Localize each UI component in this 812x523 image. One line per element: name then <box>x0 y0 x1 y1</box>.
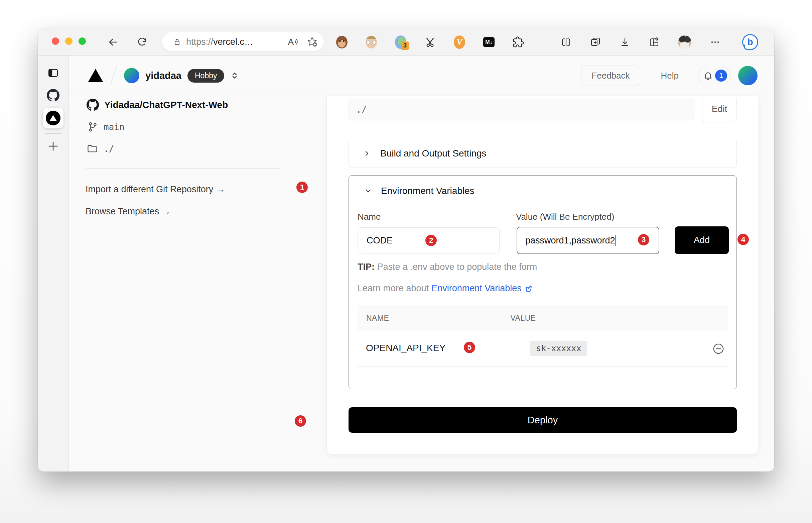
minimize-window-button[interactable] <box>65 37 73 45</box>
zoom-window-button[interactable] <box>78 37 86 45</box>
downloads-icon[interactable] <box>619 35 630 49</box>
root-dir-row: ./ <box>87 143 114 155</box>
edit-root-button[interactable]: Edit <box>702 96 737 122</box>
branch-name: main <box>103 122 125 132</box>
browser-titlebar: https://vercel.c… A 3 V M↓ <box>38 29 774 55</box>
close-window-button[interactable] <box>52 37 59 45</box>
profile-avatar[interactable] <box>678 35 691 49</box>
env-section-title: Environment Variables <box>381 185 474 196</box>
build-output-settings-section[interactable]: Build and Output Settings <box>348 139 737 168</box>
browser-window: https://vercel.c… A 3 V M↓ <box>38 29 774 471</box>
markdown-extension-icon[interactable]: M↓ <box>483 35 494 49</box>
toolbar-divider <box>542 36 542 49</box>
vertical-tab-strip <box>38 55 69 471</box>
extensions-toolbar: 3 V M↓ <box>336 29 758 55</box>
build-section-title: Build and Output Settings <box>380 148 487 159</box>
vercel-logo[interactable] <box>88 69 103 82</box>
folder-icon <box>87 143 98 155</box>
settings-more-icon[interactable] <box>710 35 721 49</box>
env-docs-link[interactable]: Environment Variables <box>431 283 533 294</box>
chevron-down-icon <box>364 187 372 195</box>
annotation-badge-5: 5 <box>464 342 475 353</box>
breadcrumb-slash <box>110 66 117 85</box>
root-directory-input[interactable]: ./ <box>348 98 694 120</box>
env-tip-text: TIP: Paste a .env above to populate the … <box>358 262 537 272</box>
chevron-right-icon <box>363 149 371 158</box>
scissors-extension-icon[interactable] <box>424 35 436 49</box>
env-row-value-chip: sk-xxxxxx <box>530 341 587 356</box>
plan-badge: Hobby <box>187 69 224 83</box>
help-link[interactable]: Help <box>661 71 679 81</box>
branch-row: main <box>87 121 125 132</box>
annotation-badge-6: 6 <box>295 415 306 427</box>
env-learn-more: Learn more about Environment Variables <box>358 283 533 294</box>
tab-panel-icon[interactable] <box>47 67 59 79</box>
notifications-button[interactable]: 1 <box>698 66 731 85</box>
user-avatar[interactable] <box>738 66 757 85</box>
avatar-extension-icon[interactable] <box>365 35 377 49</box>
github-icon <box>87 98 99 111</box>
repo-row: Yidadaa/ChatGPT-Next-Web <box>87 98 228 111</box>
url-text: https://vercel.c… <box>186 37 253 47</box>
back-icon[interactable] <box>107 36 119 48</box>
env-section-header[interactable]: Environment Variables <box>364 185 474 196</box>
import-different-repo-link[interactable]: Import a different Git Repository → <box>86 184 225 195</box>
notification-count-badge: 1 <box>715 70 727 82</box>
favorites-star-icon[interactable] <box>306 36 318 48</box>
environment-variables-section: Environment Variables Name Value (Will B… <box>348 175 737 389</box>
bing-chat-icon[interactable]: b <box>742 35 758 49</box>
vc-extension-icon[interactable]: V <box>454 35 465 49</box>
env-table-header: NAME VALUE <box>358 305 729 331</box>
browse-templates-link[interactable]: Browse Templates → <box>86 206 171 217</box>
annotation-badge-1: 1 <box>296 182 308 193</box>
bell-icon <box>703 71 713 80</box>
env-name-label: Name <box>358 212 381 222</box>
tab-vercel-active[interactable] <box>43 108 63 128</box>
browser-essentials-icon[interactable] <box>648 35 660 49</box>
read-aloud-icon[interactable]: A <box>288 37 298 47</box>
add-env-button[interactable]: Add <box>675 227 729 254</box>
import-config-card: ./ Edit Build and Output Settings Enviro… <box>326 96 758 454</box>
tab-github-icon[interactable] <box>47 89 59 102</box>
external-link-icon <box>524 284 533 293</box>
address-bar[interactable]: https://vercel.c… A <box>162 32 324 52</box>
extensions-puzzle-icon[interactable] <box>513 35 524 49</box>
annotation-badge-3: 3 <box>638 234 649 246</box>
env-row-divider <box>358 366 729 366</box>
team-avatar[interactable] <box>124 68 139 83</box>
feedback-button[interactable]: Feedback <box>581 66 640 86</box>
git-branch-icon <box>87 121 98 132</box>
new-tab-button[interactable] <box>47 140 59 152</box>
reload-icon[interactable] <box>137 36 148 48</box>
lock-icon <box>173 37 182 46</box>
tab-strip-divider <box>45 133 61 134</box>
team-name[interactable]: yidadaa <box>145 70 182 81</box>
vercel-page: yidadaa Hobby Feedback Help 1 <box>69 55 774 471</box>
env-row-name: OPENAI_API_KEY <box>366 343 446 354</box>
deploy-button[interactable]: Deploy <box>348 407 737 433</box>
team-switcher-chevrons[interactable] <box>230 71 240 80</box>
annotation-badge-2: 2 <box>426 235 437 246</box>
collections-icon[interactable] <box>590 35 601 49</box>
text-caret <box>616 235 617 246</box>
counter-extension-icon[interactable]: 3 <box>395 35 406 49</box>
env-table-header-value: VALUE <box>510 314 536 323</box>
tampermonkey-extension-icon[interactable] <box>336 35 347 49</box>
left-divider <box>86 168 280 168</box>
remove-env-row-icon[interactable] <box>713 343 724 355</box>
annotation-badge-4: 4 <box>737 234 749 245</box>
repo-name: Yidadaa/ChatGPT-Next-Web <box>104 100 228 110</box>
vercel-header: yidadaa Hobby Feedback Help 1 <box>69 55 774 96</box>
extension-count-badge: 3 <box>401 41 409 50</box>
env-table-header-name: NAME <box>366 314 389 323</box>
split-screen-icon[interactable] <box>560 35 572 49</box>
env-value-label: Value (Will Be Encrypted) <box>516 212 614 222</box>
root-dir: ./ <box>103 144 114 154</box>
